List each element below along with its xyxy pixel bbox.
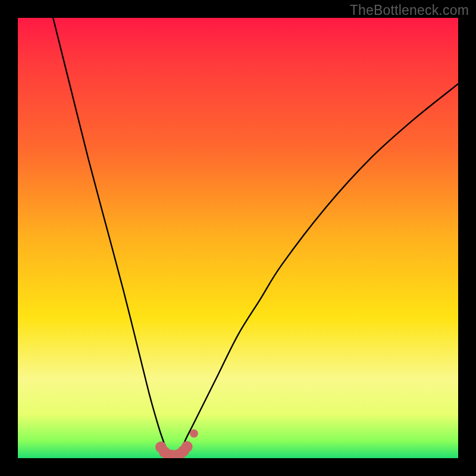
trough-marker [190, 430, 198, 438]
watermark-text: TheBottleneck.com [350, 2, 469, 18]
plot-area [18, 18, 458, 458]
bottleneck-curve [53, 18, 458, 458]
trough-markers [155, 430, 198, 458]
curve-layer [18, 18, 458, 458]
chart-frame: TheBottleneck.com [0, 0, 476, 476]
trough-marker [181, 441, 193, 452]
